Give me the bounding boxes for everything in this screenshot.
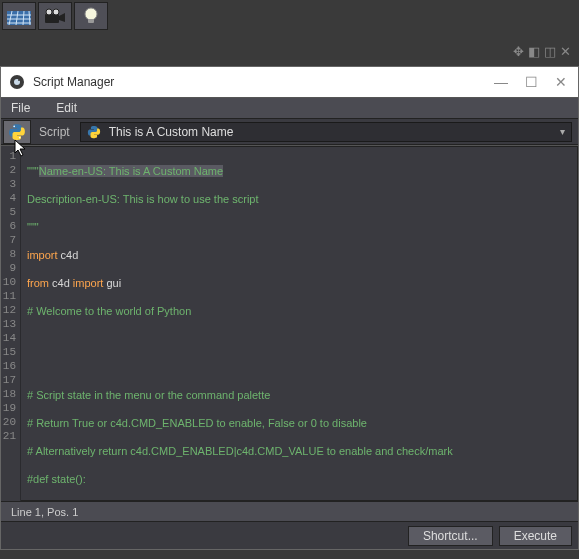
line-number: 20 <box>1 415 20 429</box>
line-number: 2 <box>1 163 20 177</box>
execute-button[interactable]: Execute <box>499 526 572 546</box>
line-number: 15 <box>1 345 20 359</box>
shortcut-button[interactable]: Shortcut... <box>408 526 493 546</box>
script-label: Script <box>39 125 70 139</box>
line-number: 10 <box>1 275 20 289</box>
svg-point-17 <box>13 125 15 127</box>
camera-tool-button[interactable] <box>38 2 72 30</box>
maximize-button[interactable]: ☐ <box>522 73 540 91</box>
lightbulb-tool-button[interactable] <box>74 2 108 30</box>
line-number: 3 <box>1 177 20 191</box>
line-number: 1 <box>1 149 20 163</box>
line-number: 16 <box>1 359 20 373</box>
menubar: File Edit <box>1 97 578 119</box>
close-button[interactable]: ✕ <box>552 73 570 91</box>
grid-tool-button[interactable] <box>2 2 36 30</box>
line-gutter: 123456789101112131415161718192021 <box>1 146 21 501</box>
minimize-button[interactable]: — <box>492 73 510 91</box>
script-dropdown-value: This is A Custom Name <box>109 125 234 139</box>
line-number: 4 <box>1 191 20 205</box>
code-area[interactable]: """Name-en-US: This is A Custom Name Des… <box>21 146 578 501</box>
button-row: Shortcut... Execute <box>1 521 578 549</box>
svg-point-9 <box>46 9 52 15</box>
line-number: 13 <box>1 317 20 331</box>
svg-point-12 <box>85 8 97 20</box>
line-number: 17 <box>1 373 20 387</box>
line-number: 14 <box>1 331 20 345</box>
selected-text: Name-en-US: This is A Custom Name <box>39 165 223 177</box>
layout-square-icon[interactable]: ◧ <box>528 44 540 59</box>
move-icon[interactable]: ✥ <box>513 44 524 59</box>
line-number: 7 <box>1 233 20 247</box>
titlebar[interactable]: Script Manager — ☐ ✕ <box>1 67 578 97</box>
svg-rect-13 <box>88 19 94 23</box>
svg-point-18 <box>19 136 21 138</box>
menu-edit[interactable]: Edit <box>50 99 83 117</box>
cursor-position: Line 1, Pos. 1 <box>11 506 78 518</box>
line-number: 5 <box>1 205 20 219</box>
app-icon <box>9 74 25 90</box>
layout-corner-icons: ✥ ◧ ◫ ✕ <box>513 44 571 59</box>
line-number: 12 <box>1 303 20 317</box>
line-number: 21 <box>1 429 20 443</box>
line-number: 6 <box>1 219 20 233</box>
line-number: 18 <box>1 387 20 401</box>
code-editor[interactable]: 123456789101112131415161718192021 """Nam… <box>1 145 578 501</box>
window-title: Script Manager <box>33 75 492 89</box>
line-number: 9 <box>1 261 20 275</box>
python-icon <box>87 125 101 139</box>
script-selector-row: Script This is A Custom Name ▾ <box>1 119 578 145</box>
svg-point-10 <box>53 9 59 15</box>
line-number: 19 <box>1 401 20 415</box>
line-number: 8 <box>1 247 20 261</box>
layout-split-icon[interactable]: ◫ <box>544 44 556 59</box>
close-layout-icon[interactable]: ✕ <box>560 44 571 59</box>
svg-marker-11 <box>59 13 65 22</box>
script-dropdown[interactable]: This is A Custom Name ▾ <box>80 122 572 142</box>
python-run-button[interactable] <box>3 120 31 144</box>
app-toolbar: ✥ ◧ ◫ ✕ <box>0 0 579 70</box>
statusbar: Line 1, Pos. 1 <box>1 501 578 521</box>
script-manager-window: Script Manager — ☐ ✕ File Edit Script Th… <box>0 66 579 550</box>
menu-file[interactable]: File <box>5 99 36 117</box>
line-number: 11 <box>1 289 20 303</box>
svg-point-16 <box>18 79 20 81</box>
chevron-down-icon: ▾ <box>560 126 565 137</box>
